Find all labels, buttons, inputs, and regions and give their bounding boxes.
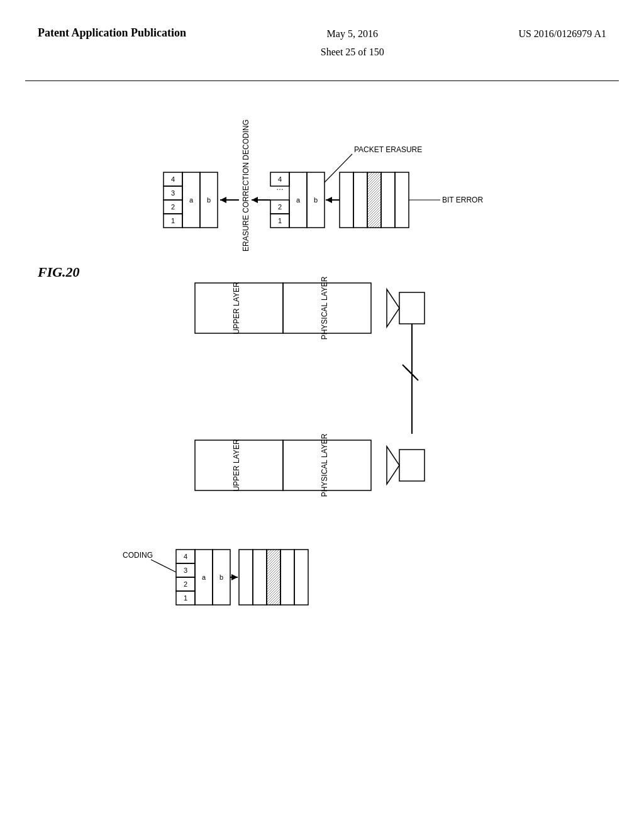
svg-text:2: 2 bbox=[184, 580, 187, 588]
erasure-correction-label: ERASURE CORRECTION DECODING bbox=[242, 119, 250, 252]
svg-text:4: 4 bbox=[171, 175, 175, 183]
svg-text:a: a bbox=[189, 196, 194, 204]
svg-text:b: b bbox=[207, 196, 211, 204]
svg-marker-69 bbox=[231, 574, 238, 580]
header-divider bbox=[25, 80, 619, 81]
svg-marker-40 bbox=[387, 289, 399, 327]
svg-text:4: 4 bbox=[184, 553, 187, 560]
svg-rect-30 bbox=[367, 172, 381, 228]
svg-text:b: b bbox=[314, 196, 318, 204]
svg-text:…: … bbox=[276, 183, 284, 192]
svg-text:PHYSICAL LAYER: PHYSICAL LAYER bbox=[320, 433, 329, 497]
svg-text:3: 3 bbox=[171, 189, 175, 197]
svg-marker-13 bbox=[220, 197, 226, 203]
coding-label: CODING bbox=[123, 551, 153, 560]
svg-text:3: 3 bbox=[184, 567, 187, 574]
svg-rect-64 bbox=[253, 550, 267, 605]
svg-text:a: a bbox=[296, 196, 301, 204]
svg-marker-26 bbox=[252, 197, 258, 203]
svg-text:1: 1 bbox=[184, 594, 187, 602]
svg-rect-31 bbox=[381, 172, 395, 228]
svg-rect-65 bbox=[267, 550, 280, 605]
svg-rect-63 bbox=[239, 550, 253, 605]
svg-rect-29 bbox=[353, 172, 367, 228]
svg-text:UPPER LAYER: UPPER LAYER bbox=[232, 282, 241, 334]
svg-text:4: 4 bbox=[278, 175, 282, 183]
bit-error-label: BIT ERROR bbox=[442, 196, 483, 204]
svg-marker-49 bbox=[387, 446, 399, 484]
svg-rect-66 bbox=[280, 550, 294, 605]
svg-line-70 bbox=[151, 560, 176, 572]
svg-marker-34 bbox=[326, 197, 332, 203]
svg-text:a: a bbox=[202, 573, 206, 581]
packet-erasure-label: PACKET ERASURE bbox=[354, 145, 422, 154]
svg-text:PHYSICAL LAYER: PHYSICAL LAYER bbox=[320, 276, 329, 340]
svg-text:1: 1 bbox=[278, 217, 282, 224]
svg-rect-32 bbox=[395, 172, 409, 228]
svg-rect-50 bbox=[399, 450, 425, 481]
diagram-svg: 1 2 3 4 a b ERASURE CORRECTION DECODING … bbox=[0, 0, 644, 830]
svg-line-27 bbox=[325, 154, 352, 182]
svg-text:2: 2 bbox=[171, 203, 175, 211]
svg-text:UPPER LAYER: UPPER LAYER bbox=[232, 439, 241, 491]
svg-text:1: 1 bbox=[171, 217, 175, 224]
svg-rect-28 bbox=[340, 172, 353, 228]
svg-text:2: 2 bbox=[278, 203, 282, 211]
svg-rect-67 bbox=[294, 550, 308, 605]
svg-rect-41 bbox=[399, 292, 425, 324]
svg-text:b: b bbox=[219, 573, 223, 581]
